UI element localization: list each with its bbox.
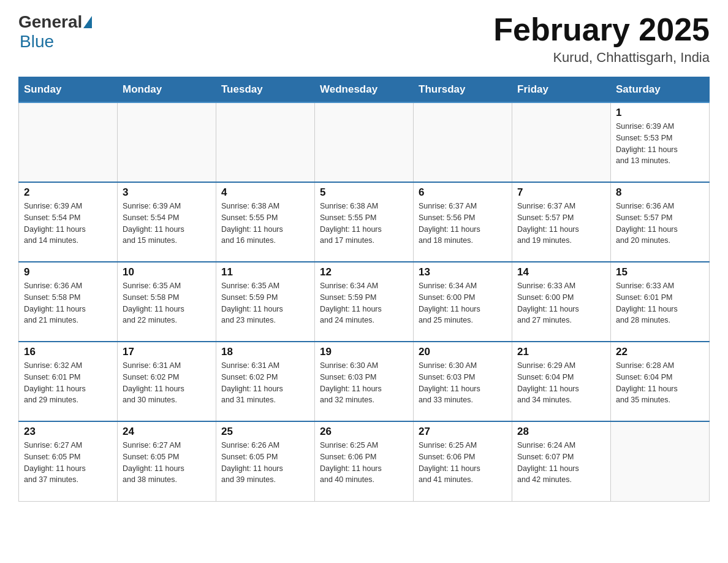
header-tuesday: Tuesday <box>216 77 315 103</box>
header-thursday: Thursday <box>414 77 512 103</box>
day-info: Sunrise: 6:37 AM Sunset: 5:56 PM Dayligh… <box>419 201 507 247</box>
calendar-cell: 5Sunrise: 6:38 AM Sunset: 5:55 PM Daylig… <box>315 182 414 262</box>
calendar-cell: 9Sunrise: 6:36 AM Sunset: 5:58 PM Daylig… <box>19 262 118 342</box>
calendar-week-row-1: 1Sunrise: 6:39 AM Sunset: 5:53 PM Daylig… <box>19 102 710 182</box>
day-info: Sunrise: 6:26 AM Sunset: 6:05 PM Dayligh… <box>221 440 309 486</box>
day-info: Sunrise: 6:37 AM Sunset: 5:57 PM Dayligh… <box>517 201 605 247</box>
day-number: 20 <box>419 346 507 358</box>
calendar-cell: 23Sunrise: 6:27 AM Sunset: 6:05 PM Dayli… <box>19 421 118 501</box>
day-info: Sunrise: 6:36 AM Sunset: 5:57 PM Dayligh… <box>616 201 704 247</box>
calendar-header-row: Sunday Monday Tuesday Wednesday Thursday… <box>19 77 710 103</box>
calendar-cell: 8Sunrise: 6:36 AM Sunset: 5:57 PM Daylig… <box>611 182 710 262</box>
calendar-week-row-2: 2Sunrise: 6:39 AM Sunset: 5:54 PM Daylig… <box>19 182 710 262</box>
day-number: 22 <box>616 346 704 358</box>
calendar-cell: 13Sunrise: 6:34 AM Sunset: 6:00 PM Dayli… <box>414 262 512 342</box>
day-info: Sunrise: 6:35 AM Sunset: 5:58 PM Dayligh… <box>123 280 211 326</box>
header-friday: Friday <box>512 77 611 103</box>
calendar-cell: 28Sunrise: 6:24 AM Sunset: 6:07 PM Dayli… <box>512 421 611 501</box>
calendar-cell <box>414 102 512 182</box>
day-info: Sunrise: 6:24 AM Sunset: 6:07 PM Dayligh… <box>517 440 605 486</box>
calendar-cell <box>315 102 414 182</box>
calendar-week-row-3: 9Sunrise: 6:36 AM Sunset: 5:58 PM Daylig… <box>19 262 710 342</box>
day-info: Sunrise: 6:36 AM Sunset: 5:58 PM Dayligh… <box>24 280 112 326</box>
day-info: Sunrise: 6:29 AM Sunset: 6:04 PM Dayligh… <box>517 360 605 406</box>
day-number: 18 <box>221 346 309 358</box>
calendar-cell: 15Sunrise: 6:33 AM Sunset: 6:01 PM Dayli… <box>611 262 710 342</box>
calendar-cell: 2Sunrise: 6:39 AM Sunset: 5:54 PM Daylig… <box>19 182 118 262</box>
day-info: Sunrise: 6:33 AM Sunset: 6:00 PM Dayligh… <box>517 280 605 326</box>
day-number: 16 <box>24 346 112 358</box>
day-number: 7 <box>517 186 605 199</box>
calendar-cell: 12Sunrise: 6:34 AM Sunset: 5:59 PM Dayli… <box>315 262 414 342</box>
day-number: 19 <box>320 346 408 358</box>
day-info: Sunrise: 6:35 AM Sunset: 5:59 PM Dayligh… <box>221 280 309 326</box>
month-title: February 2025 <box>493 12 710 47</box>
day-info: Sunrise: 6:27 AM Sunset: 6:05 PM Dayligh… <box>24 440 112 486</box>
day-info: Sunrise: 6:34 AM Sunset: 6:00 PM Dayligh… <box>419 280 507 326</box>
calendar-cell: 27Sunrise: 6:25 AM Sunset: 6:06 PM Dayli… <box>414 421 512 501</box>
calendar-cell: 25Sunrise: 6:26 AM Sunset: 6:05 PM Dayli… <box>216 421 315 501</box>
day-info: Sunrise: 6:30 AM Sunset: 6:03 PM Dayligh… <box>320 360 408 406</box>
calendar-cell <box>19 102 118 182</box>
day-info: Sunrise: 6:39 AM Sunset: 5:53 PM Dayligh… <box>616 121 704 167</box>
calendar-cell: 20Sunrise: 6:30 AM Sunset: 6:03 PM Dayli… <box>414 342 512 421</box>
day-number: 13 <box>419 266 507 278</box>
calendar-cell: 22Sunrise: 6:28 AM Sunset: 6:04 PM Dayli… <box>611 342 710 421</box>
calendar-cell: 24Sunrise: 6:27 AM Sunset: 6:05 PM Dayli… <box>118 421 216 501</box>
day-number: 21 <box>517 346 605 358</box>
day-info: Sunrise: 6:31 AM Sunset: 6:02 PM Dayligh… <box>123 360 211 406</box>
calendar-cell <box>512 102 611 182</box>
day-number: 1 <box>616 107 704 119</box>
calendar-cell: 14Sunrise: 6:33 AM Sunset: 6:00 PM Dayli… <box>512 262 611 342</box>
header-monday: Monday <box>118 77 216 103</box>
calendar-cell <box>118 102 216 182</box>
calendar-cell: 6Sunrise: 6:37 AM Sunset: 5:56 PM Daylig… <box>414 182 512 262</box>
header-wednesday: Wednesday <box>315 77 414 103</box>
day-number: 25 <box>221 426 309 438</box>
day-number: 24 <box>123 426 211 438</box>
day-info: Sunrise: 6:25 AM Sunset: 6:06 PM Dayligh… <box>419 440 507 486</box>
day-info: Sunrise: 6:38 AM Sunset: 5:55 PM Dayligh… <box>221 201 309 247</box>
day-info: Sunrise: 6:34 AM Sunset: 5:59 PM Dayligh… <box>320 280 408 326</box>
day-number: 5 <box>320 186 408 199</box>
calendar-cell: 11Sunrise: 6:35 AM Sunset: 5:59 PM Dayli… <box>216 262 315 342</box>
day-info: Sunrise: 6:27 AM Sunset: 6:05 PM Dayligh… <box>123 440 211 486</box>
day-number: 26 <box>320 426 408 438</box>
calendar-cell: 21Sunrise: 6:29 AM Sunset: 6:04 PM Dayli… <box>512 342 611 421</box>
day-info: Sunrise: 6:39 AM Sunset: 5:54 PM Dayligh… <box>123 201 211 247</box>
day-number: 8 <box>616 186 704 199</box>
day-info: Sunrise: 6:32 AM Sunset: 6:01 PM Dayligh… <box>24 360 112 406</box>
calendar-cell: 3Sunrise: 6:39 AM Sunset: 5:54 PM Daylig… <box>118 182 216 262</box>
logo-blue-text: Blue <box>20 32 54 51</box>
day-number: 9 <box>24 266 112 278</box>
day-info: Sunrise: 6:38 AM Sunset: 5:55 PM Dayligh… <box>320 201 408 247</box>
title-section: February 2025 Kurud, Chhattisgarh, India <box>493 12 710 66</box>
calendar-cell: 17Sunrise: 6:31 AM Sunset: 6:02 PM Dayli… <box>118 342 216 421</box>
day-number: 10 <box>123 266 211 278</box>
logo-triangle-icon <box>83 16 92 28</box>
day-number: 23 <box>24 426 112 438</box>
calendar-cell <box>611 421 710 501</box>
header-saturday: Saturday <box>611 77 710 103</box>
calendar-table: Sunday Monday Tuesday Wednesday Thursday… <box>18 77 710 502</box>
location-title: Kurud, Chhattisgarh, India <box>493 50 710 66</box>
day-number: 27 <box>419 426 507 438</box>
day-info: Sunrise: 6:31 AM Sunset: 6:02 PM Dayligh… <box>221 360 309 406</box>
day-number: 14 <box>517 266 605 278</box>
calendar-cell: 16Sunrise: 6:32 AM Sunset: 6:01 PM Dayli… <box>19 342 118 421</box>
day-number: 17 <box>123 346 211 358</box>
logo: General Blue <box>18 12 93 52</box>
calendar-cell: 1Sunrise: 6:39 AM Sunset: 5:53 PM Daylig… <box>611 102 710 182</box>
calendar-week-row-4: 16Sunrise: 6:32 AM Sunset: 6:01 PM Dayli… <box>19 342 710 421</box>
header-sunday: Sunday <box>19 77 118 103</box>
day-number: 11 <box>221 266 309 278</box>
day-number: 28 <box>517 426 605 438</box>
page-header: General Blue February 2025 Kurud, Chhatt… <box>18 12 710 66</box>
calendar-cell: 18Sunrise: 6:31 AM Sunset: 6:02 PM Dayli… <box>216 342 315 421</box>
calendar-cell <box>216 102 315 182</box>
day-info: Sunrise: 6:39 AM Sunset: 5:54 PM Dayligh… <box>24 201 112 247</box>
calendar-cell: 26Sunrise: 6:25 AM Sunset: 6:06 PM Dayli… <box>315 421 414 501</box>
day-info: Sunrise: 6:28 AM Sunset: 6:04 PM Dayligh… <box>616 360 704 406</box>
calendar-cell: 4Sunrise: 6:38 AM Sunset: 5:55 PM Daylig… <box>216 182 315 262</box>
day-info: Sunrise: 6:33 AM Sunset: 6:01 PM Dayligh… <box>616 280 704 326</box>
